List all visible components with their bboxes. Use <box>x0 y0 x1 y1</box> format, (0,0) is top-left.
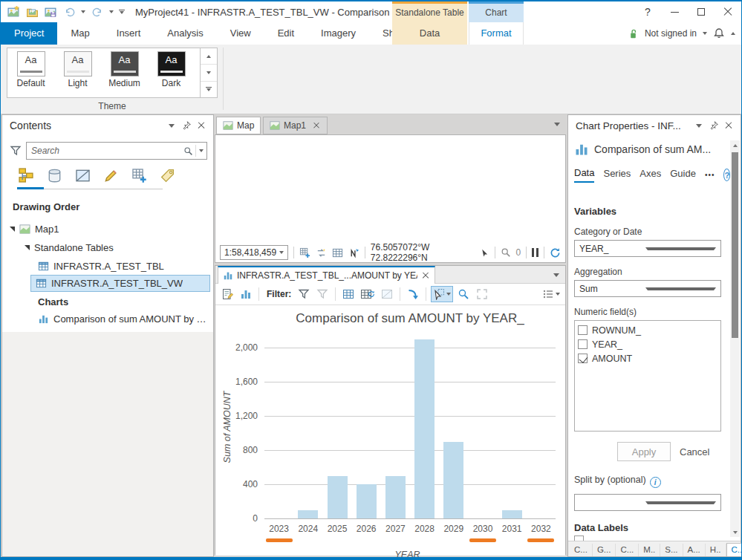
redo-dropdown-icon[interactable] <box>109 10 114 13</box>
maximize-button[interactable] <box>688 1 715 22</box>
tree-item-standalone-tables[interactable]: Standalone Tables <box>4 239 210 255</box>
ribbon-tab-view[interactable]: View <box>217 22 264 45</box>
open-project-icon[interactable] <box>25 5 39 19</box>
clear-selection-icon[interactable] <box>379 286 395 302</box>
gallery-scroll-down-icon[interactable] <box>201 65 217 81</box>
checkbox[interactable] <box>578 339 588 349</box>
dock-tab-5[interactable]: A... <box>683 544 706 556</box>
ribbon-tab-project[interactable]: Project <box>1 22 57 45</box>
filter-by-extent-icon[interactable] <box>314 286 331 302</box>
north-arrow-icon[interactable] <box>348 247 359 258</box>
aggregation-select[interactable]: Sum <box>574 280 721 297</box>
dock-tab-4[interactable]: S... <box>660 544 683 556</box>
bar-2031[interactable] <box>502 510 522 518</box>
contents-menu-icon[interactable] <box>164 118 179 133</box>
ribbon-tab-insert[interactable]: Insert <box>103 22 154 45</box>
scroll-up-icon[interactable] <box>730 140 740 150</box>
switch-selection-icon[interactable] <box>359 286 377 302</box>
search-dropdown-icon[interactable] <box>199 149 204 152</box>
properties-close-icon[interactable] <box>721 118 736 133</box>
properties-tab-data[interactable]: Data <box>574 167 594 183</box>
ribbon-tab-map[interactable]: Map <box>57 22 102 45</box>
tab-labeling-icon[interactable] <box>158 166 176 185</box>
refresh-icon[interactable] <box>550 247 561 258</box>
expand-caret-icon[interactable] <box>25 245 30 250</box>
tree-item-comparison-of-sum-amount-by-year-[interactable]: Comparison of sum AMOUNT by YEAR_ <box>4 310 210 327</box>
properties-menu-icon[interactable] <box>691 118 706 133</box>
save-project-icon[interactable] <box>44 5 57 19</box>
dock-tab-2[interactable]: C... <box>616 544 639 556</box>
chart-view-tab[interactable]: INFRASTR.A_TEST_TBL_...AMOUNT by YEAR_ <box>218 266 435 284</box>
gallery-scroll-up-icon[interactable] <box>201 48 217 65</box>
apply-button[interactable]: Apply <box>617 442 671 461</box>
numeric-field-amount[interactable]: AMOUNT <box>578 351 717 365</box>
properties-pin-icon[interactable] <box>706 118 721 133</box>
open-table-icon[interactable] <box>299 247 310 258</box>
filter-by-selection-icon[interactable] <box>296 286 312 302</box>
signin-status[interactable]: Not signed in <box>645 28 697 39</box>
dock-tab-7[interactable]: C... <box>726 543 742 556</box>
filter-icon[interactable] <box>10 145 22 157</box>
export-chart-icon[interactable] <box>405 286 421 302</box>
view-tab-map[interactable]: Map <box>216 117 261 134</box>
tab-data-source-icon[interactable] <box>45 166 63 185</box>
notifications-bell-icon[interactable] <box>713 27 725 39</box>
minimize-button[interactable] <box>661 1 688 22</box>
bar-2026[interactable] <box>357 484 377 518</box>
split-by-select[interactable] <box>574 494 721 511</box>
properties-help-icon[interactable]: ? <box>723 169 730 181</box>
contents-close-icon[interactable] <box>194 118 209 133</box>
full-extent-icon[interactable] <box>474 286 490 302</box>
properties-tab-guide[interactable]: Guide <box>670 168 696 182</box>
cancel-button[interactable]: Cancel <box>680 446 709 458</box>
chart-properties-icon[interactable] <box>219 286 235 302</box>
bar-chart[interactable]: Comparison of sum AMOUNT by YEAR_0400800… <box>215 305 565 556</box>
view-tabs-dropdown-icon[interactable] <box>554 123 560 126</box>
tree-item-map1[interactable]: Map1 <box>4 221 210 237</box>
pause-drawing-icon[interactable] <box>532 248 538 257</box>
dock-tab-3[interactable]: M.. <box>639 544 660 556</box>
dock-tab-0[interactable]: C... <box>570 544 593 556</box>
tab-drawing-order-icon[interactable] <box>17 166 35 185</box>
bar-2029[interactable] <box>443 442 463 518</box>
theme-card-medium[interactable]: AaMedium <box>101 48 148 97</box>
scale-combo[interactable]: 1:58,418,459 <box>220 245 288 260</box>
signin-dropdown-icon[interactable] <box>703 32 707 35</box>
ribbon-tab-analysis[interactable]: Analysis <box>154 22 216 45</box>
chart-legend-icon[interactable] <box>541 286 562 302</box>
selection-zoom-icon[interactable] <box>501 247 511 258</box>
chart-tabs-dropdown-icon[interactable] <box>553 273 559 277</box>
close-map1-tab-icon[interactable] <box>313 123 319 128</box>
theme-card-dark[interactable]: AaDark <box>148 48 195 97</box>
undo-dropdown-icon[interactable] <box>81 10 85 13</box>
dock-tab-1[interactable]: G... <box>593 544 616 556</box>
help-button[interactable]: ? <box>634 1 661 22</box>
ribbon-tab-data[interactable]: Data <box>392 22 467 45</box>
checkbox[interactable] <box>578 325 588 335</box>
bar-2025[interactable] <box>328 476 348 518</box>
properties-scrollbar[interactable] <box>730 140 740 537</box>
category-select[interactable]: YEAR_ <box>574 240 721 257</box>
scrollbar-thumb[interactable] <box>732 152 738 338</box>
close-button[interactable] <box>715 1 741 22</box>
tab-selection-icon[interactable] <box>74 166 91 185</box>
bar-2024[interactable] <box>298 510 318 518</box>
tab-editing-icon[interactable] <box>102 166 120 185</box>
map-view[interactable]: 1:58,418,459 76.5057072°W 72.8222296°N 0 <box>215 134 566 263</box>
show-table-icon[interactable] <box>340 286 357 302</box>
contents-pin-icon[interactable] <box>179 118 194 133</box>
properties-tab-series[interactable]: Series <box>603 168 631 182</box>
theme-card-light[interactable]: AaLight <box>54 48 101 97</box>
tree-item-charts[interactable]: Charts <box>4 293 210 310</box>
gallery-expand-icon[interactable] <box>201 82 217 97</box>
properties-tab-axes[interactable]: Axes <box>640 168 661 182</box>
expand-caret-icon[interactable] <box>10 227 15 232</box>
close-chart-tab-icon[interactable] <box>423 273 429 279</box>
tree-item-infrastr-a-test-tbl[interactable]: INFRASTR.A_TEST_TBL <box>4 258 210 274</box>
chart-manager-icon[interactable] <box>238 286 254 302</box>
properties-overflow-icon[interactable]: ••• <box>705 171 715 179</box>
grid-icon[interactable] <box>332 247 343 258</box>
view-tab-map1[interactable]: Map1 <box>263 117 328 134</box>
undo-icon[interactable] <box>62 5 76 19</box>
collapse-ribbon-icon[interactable] <box>731 32 735 35</box>
